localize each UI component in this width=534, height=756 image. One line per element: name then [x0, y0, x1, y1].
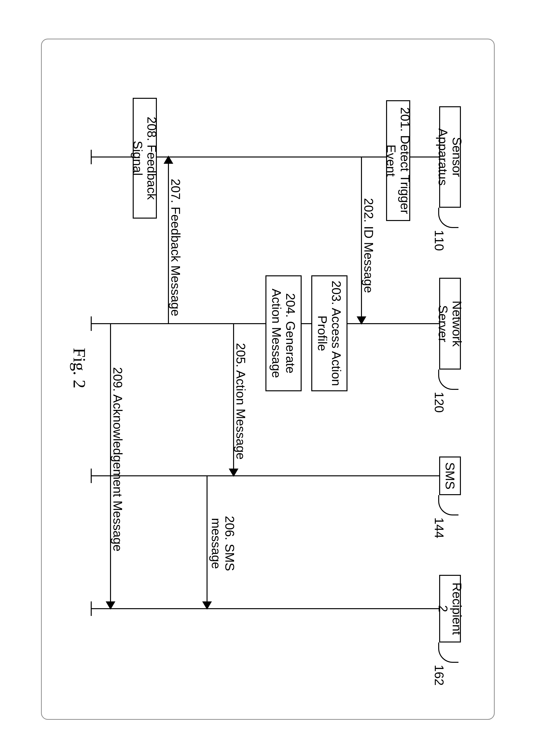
- msg-202-arrow: [357, 316, 366, 325]
- diagram-panel: Sensor Apparatus 110 Network Server 120 …: [41, 39, 495, 720]
- msg-206-arrow: [202, 602, 212, 609]
- msg-202-label: 202. ID Message: [362, 198, 376, 293]
- callout-ref-sensor: 110: [432, 230, 446, 251]
- callout-ref-sms: 144: [432, 517, 446, 538]
- baseline-tick-server: [91, 316, 92, 331]
- sequence-scene: Sensor Apparatus 110 Network Server 120 …: [70, 77, 466, 681]
- callout-tick-recipient: [438, 642, 458, 663]
- step-204-box: 204. Generate Action Message: [266, 275, 302, 391]
- callout-tick-server: [438, 369, 458, 390]
- participant-sms: SMS: [439, 456, 461, 495]
- msg-206-line: [207, 476, 208, 608]
- callout-tick-sms: [438, 495, 458, 515]
- msg-207-label: 207. Feedback Message: [168, 179, 183, 316]
- msg-206-label: 206. SMS message: [210, 512, 237, 575]
- msg-209-arrow: [106, 602, 115, 609]
- participant-sensor: Sensor Apparatus: [439, 106, 461, 208]
- step-203-box: 203. Access Action Profile: [311, 275, 347, 391]
- msg-209-label: 209. Acknowledgement Message: [111, 367, 125, 552]
- baseline-tick-recipient: [91, 602, 92, 616]
- participant-recipient: Recipient 2: [439, 575, 461, 642]
- step-201-box: 201. Detect Trigger Event: [386, 100, 410, 221]
- figure-caption: Fig. 2: [69, 348, 89, 389]
- callout-ref-server: 120: [432, 392, 446, 413]
- baseline-tick-sensor: [91, 150, 92, 164]
- participant-server: Network Server: [439, 278, 461, 369]
- page: Sensor Apparatus 110 Network Server 120 …: [0, 0, 534, 756]
- msg-205-label: 205. Action Message: [234, 343, 248, 460]
- callout-tick-sensor: [438, 208, 458, 228]
- baseline-tick-sms: [91, 469, 92, 483]
- msg-207-arrow: [164, 155, 173, 164]
- lifeline-sms: [92, 475, 439, 476]
- msg-205-arrow: [229, 469, 239, 477]
- callout-ref-recipient: 162: [432, 665, 446, 686]
- step-208-box: 208. Feedback Signal: [133, 98, 157, 219]
- lifeline-recipient: [92, 608, 439, 609]
